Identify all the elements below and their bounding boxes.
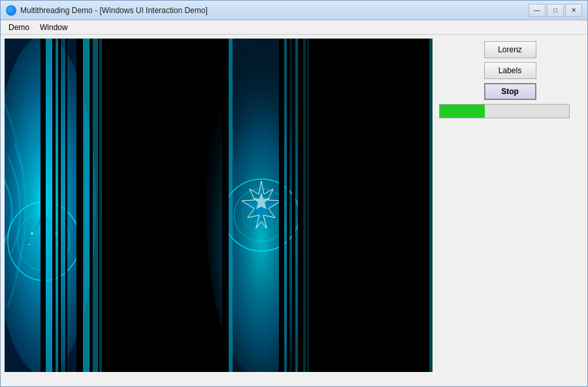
- svg-point-11: [29, 244, 30, 245]
- svg-rect-14: [52, 39, 56, 372]
- svg-rect-41: [303, 39, 306, 372]
- lorenz-button[interactable]: Lorenz: [484, 41, 536, 58]
- svg-rect-38: [284, 39, 287, 372]
- svg-rect-26: [102, 39, 103, 372]
- main-window: Multithreading Demo - [Windows UI Intera…: [0, 0, 588, 387]
- labels-button[interactable]: Labels: [484, 62, 536, 79]
- svg-rect-21: [83, 39, 90, 372]
- svg-rect-23: [93, 39, 98, 372]
- title-bar: Multithreading Demo - [Windows UI Intera…: [1, 1, 587, 20]
- fractal-canvas: [5, 39, 433, 372]
- svg-rect-34: [287, 39, 289, 372]
- minimize-button[interactable]: —: [529, 4, 546, 17]
- svg-rect-35: [292, 39, 295, 372]
- close-button[interactable]: ✕: [565, 4, 582, 17]
- app-icon: [6, 5, 16, 16]
- svg-rect-39: [295, 39, 298, 372]
- svg-rect-18: [46, 39, 52, 372]
- menu-demo[interactable]: Demo: [3, 22, 35, 33]
- svg-rect-36: [298, 39, 303, 372]
- window-title: Multithreading Demo - [Windows UI Intera…: [20, 6, 529, 15]
- svg-point-8: [31, 233, 33, 235]
- svg-rect-25: [99, 39, 102, 372]
- side-panel: Lorenz Labels Stop: [436, 39, 583, 382]
- svg-rect-15: [58, 39, 61, 372]
- menu-window[interactable]: Window: [35, 22, 73, 33]
- progress-bar: [440, 105, 485, 118]
- svg-rect-16: [65, 39, 67, 372]
- svg-rect-20: [61, 39, 65, 372]
- stop-button[interactable]: Stop: [484, 83, 536, 100]
- progress-bar-container: [439, 104, 570, 118]
- svg-rect-42: [306, 39, 307, 372]
- svg-rect-24: [98, 39, 222, 372]
- svg-rect-40: [303, 39, 433, 372]
- svg-rect-37: [229, 39, 233, 372]
- svg-rect-43: [307, 39, 309, 372]
- menu-bar: Demo Window: [1, 20, 587, 35]
- svg-rect-19: [56, 39, 58, 372]
- content-area: Lorenz Labels Stop: [1, 35, 587, 386]
- svg-rect-13: [41, 39, 46, 372]
- svg-rect-44: [429, 39, 433, 372]
- maximize-button[interactable]: □: [547, 4, 564, 17]
- svg-rect-22: [90, 39, 93, 372]
- fractal-svg: [5, 39, 433, 372]
- svg-rect-32: [222, 39, 229, 372]
- title-bar-buttons: — □ ✕: [529, 4, 582, 17]
- svg-rect-33: [279, 39, 284, 372]
